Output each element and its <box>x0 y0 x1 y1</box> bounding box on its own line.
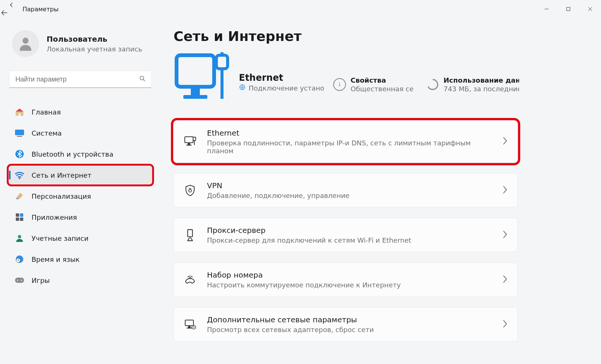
sidebar-item-label: Время и язык <box>32 255 80 263</box>
svg-rect-8 <box>20 213 23 217</box>
window-close-button[interactable] <box>579 2 601 17</box>
svg-point-1 <box>23 38 29 44</box>
card-title: Ethernet <box>207 128 492 137</box>
info-icon <box>333 78 346 91</box>
svg-rect-20 <box>216 55 228 69</box>
svg-rect-30 <box>193 137 196 140</box>
sidebar-item-gaming[interactable]: Игры <box>9 271 152 289</box>
paintbrush-icon <box>14 191 25 201</box>
svg-rect-29 <box>186 145 192 146</box>
sidebar-item-personalization[interactable]: Персонализация <box>9 187 152 205</box>
svg-rect-27 <box>185 137 193 143</box>
dialup-phone-icon <box>184 273 196 286</box>
sidebar-item-label: Приложения <box>32 213 77 221</box>
properties-info[interactable]: Свойства Общественная се <box>333 76 413 93</box>
svg-rect-10 <box>20 217 23 221</box>
search-input[interactable] <box>9 71 152 88</box>
window-minimize-button[interactable] <box>536 2 557 17</box>
sidebar-item-system[interactable]: Система <box>9 124 152 142</box>
card-subtitle: Просмотр всех сетевых адаптеров, сброс с… <box>207 326 492 334</box>
sidebar-item-home[interactable]: Главная <box>9 103 152 121</box>
svg-point-15 <box>17 280 18 281</box>
card-title: Дополнительные сетевые параметры <box>207 315 492 324</box>
svg-rect-14 <box>15 278 24 283</box>
sidebar-item-label: Игры <box>32 276 50 284</box>
sidebar-item-label: Учетные записи <box>32 234 89 242</box>
search-field[interactable] <box>15 75 136 84</box>
sidebar-item-network[interactable]: Сеть и Интернет <box>9 166 152 184</box>
card-subtitle: Прокси-сервер для подключений к сетям Wi… <box>207 236 492 244</box>
proxy-icon <box>184 229 196 242</box>
data-usage-icon <box>426 78 439 91</box>
card-title: Прокси-сервер <box>207 226 492 235</box>
back-icon[interactable] <box>8 1 15 17</box>
svg-rect-19 <box>183 95 207 99</box>
card-advanced-network[interactable]: Дополнительные сетевые параметры Просмот… <box>174 307 518 341</box>
ethernet-icon <box>184 135 196 148</box>
user-block[interactable]: Пользователь Локальная учетная запись <box>9 30 147 57</box>
card-title: VPN <box>207 181 492 190</box>
user-subtitle: Локальная учетная запись <box>47 45 142 53</box>
properties-title: Свойства <box>350 76 413 84</box>
vpn-shield-icon <box>184 184 196 197</box>
card-dialup[interactable]: Набор номера Настроить коммутируемое под… <box>174 263 518 297</box>
svg-point-16 <box>21 280 22 281</box>
svg-rect-31 <box>194 140 195 145</box>
settings-cards: Ethernet Проверка подлинности, параметры… <box>174 121 518 341</box>
connection-name: Ethernet <box>239 72 324 83</box>
svg-rect-18 <box>191 87 200 95</box>
avatar <box>12 30 39 57</box>
svg-rect-25 <box>339 84 340 86</box>
sidebar-item-apps[interactable]: Приложения <box>9 208 152 226</box>
sidebar-item-time-language[interactable]: Время и язык <box>9 250 152 268</box>
home-icon <box>14 107 25 117</box>
svg-rect-36 <box>187 328 192 329</box>
data-usage-info[interactable]: Использование данн 743 МБ, за последние … <box>426 76 519 93</box>
sidebar-item-label: Bluetooth и устройства <box>32 150 113 158</box>
card-ethernet[interactable]: Ethernet Проверка подлинности, параметры… <box>174 121 518 163</box>
sidebar-item-bluetooth[interactable]: Bluetooth и устройства <box>9 145 152 163</box>
connection-status: Подключение устано <box>249 84 324 92</box>
window-maximize-button[interactable] <box>557 2 579 17</box>
svg-point-11 <box>18 235 21 239</box>
system-icon <box>14 128 25 138</box>
card-subtitle: Настроить коммутируемое подключение к Ин… <box>207 281 492 289</box>
wifi-icon <box>14 170 25 180</box>
svg-point-2 <box>140 76 144 80</box>
chevron-right-icon <box>502 137 507 147</box>
page-title: Сеть и Интернет <box>174 29 601 44</box>
card-vpn[interactable]: VPN Добавление, подключение, управление <box>174 173 518 207</box>
app-title: Параметры <box>23 6 59 13</box>
svg-rect-17 <box>177 55 214 87</box>
svg-rect-4 <box>17 136 22 137</box>
hero-info-group: Свойства Общественная се Использование д… <box>333 61 519 93</box>
card-subtitle: Добавление, подключение, управление <box>207 192 492 199</box>
gamepad-icon <box>14 275 25 285</box>
svg-rect-33 <box>188 230 193 237</box>
card-title: Набор номера <box>207 270 492 279</box>
svg-rect-3 <box>15 130 24 135</box>
svg-rect-21 <box>220 52 223 56</box>
titlebar: Параметры <box>0 0 601 18</box>
card-proxy[interactable]: Прокси-сервер Прокси-сервер для подключе… <box>174 218 518 252</box>
card-subtitle: Проверка подлинности, параметры IP-и DNS… <box>207 139 492 155</box>
svg-rect-34 <box>185 320 193 326</box>
sidebar-item-label: Система <box>32 129 62 137</box>
globe-icon <box>239 84 246 92</box>
bluetooth-icon <box>14 149 25 159</box>
chevron-right-icon <box>502 275 507 285</box>
properties-sub: Общественная се <box>350 85 413 93</box>
sidebar-item-label: Сеть и Интернет <box>32 171 91 179</box>
clock-globe-icon <box>14 254 25 264</box>
svg-point-6 <box>19 178 20 179</box>
user-name: Пользователь <box>47 35 142 44</box>
sidebar-item-label: Персонализация <box>32 192 91 200</box>
svg-rect-32 <box>189 190 192 192</box>
svg-rect-0 <box>567 8 570 11</box>
svg-point-24 <box>339 83 340 83</box>
chevron-right-icon <box>502 186 507 195</box>
main-content: Сеть и Интернет Ethernet По <box>152 18 601 364</box>
sidebar-item-accounts[interactable]: Учетные записи <box>9 229 152 247</box>
network-hero: Ethernet Подключение устано Свойства Общ… <box>174 51 519 103</box>
apps-icon <box>14 212 25 222</box>
